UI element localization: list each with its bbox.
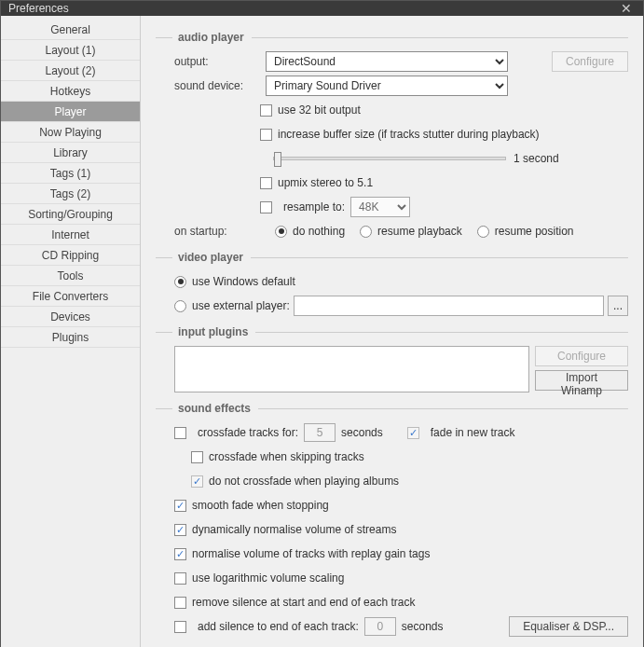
plugin-configure-button[interactable]: Configure [535,346,628,366]
video-heading: video player [178,251,243,264]
titlebar: Preferences ✕ [1,1,643,16]
sidebar-item-player[interactable]: Player [1,102,140,122]
sidebar-item-file-converters[interactable]: File Converters [1,286,140,307]
external-player-input[interactable] [294,296,604,316]
plugins-heading: input plugins [178,325,248,338]
sidebar-item-general[interactable]: General [1,20,140,40]
sidebar-item-cd-ripping[interactable]: CD Ripping [1,245,140,266]
sidebar-item-hotkeys[interactable]: Hotkeys [1,81,140,102]
startup-resume-position-radio[interactable] [477,226,489,238]
startup-nothing-radio[interactable] [275,226,287,238]
sidebar-item-tags-2-[interactable]: Tags (2) [1,184,140,204]
sidebar-item-sorting-grouping[interactable]: Sorting/Grouping [1,204,140,225]
slider-thumb[interactable] [274,152,281,167]
use-32bit-label: use 32 bit output [278,103,361,117]
video-external-radio[interactable] [174,300,186,312]
sound-device-select[interactable]: Primary Sound Driver [266,76,508,96]
video-default-label: use Windows default [192,275,295,288]
close-icon[interactable]: ✕ [617,1,636,16]
crossfade-seconds-input[interactable] [304,423,336,442]
sidebar-item-layout-2-[interactable]: Layout (2) [1,61,140,81]
output-label: output: [174,55,260,68]
sidebar-item-tags-1-[interactable]: Tags (1) [1,163,140,184]
remove-silence-checkbox[interactable] [174,597,186,609]
sidebar-item-tools[interactable]: Tools [1,266,140,286]
log-scale-checkbox[interactable] [174,572,186,585]
upmix-label: upmix stereo to 5.1 [278,176,373,189]
dyn-norm-checkbox[interactable] [174,524,186,536]
window-title: Preferences [8,2,617,15]
resample-label: resample to: [283,200,345,213]
video-default-radio[interactable] [174,276,186,288]
sound-device-label: sound device: [174,79,260,92]
use-32bit-checkbox[interactable] [260,104,272,117]
sidebar-item-plugins[interactable]: Plugins [1,327,140,348]
resample-select[interactable]: 48K [350,197,410,217]
buffer-value: 1 second [514,152,559,165]
browse-button[interactable]: ... [608,296,628,316]
smooth-fade-checkbox[interactable] [174,500,186,512]
sidebar-item-now-playing[interactable]: Now Playing [1,122,140,143]
fx-heading: sound effects [178,402,251,415]
import-winamp-button[interactable]: Import Winamp [535,370,628,391]
sidebar-item-devices[interactable]: Devices [1,307,140,327]
preferences-window: Preferences ✕ GeneralLayout (1)Layout (2… [0,0,644,647]
sidebar-item-library[interactable]: Library [1,143,140,163]
sidebar: GeneralLayout (1)Layout (2)HotkeysPlayer… [1,16,141,647]
content-panel: audio player output: DirectSound Configu… [141,16,643,647]
video-external-label: use external player: [192,299,290,312]
sidebar-item-layout-1-[interactable]: Layout (1) [1,40,140,61]
output-select[interactable]: DirectSound [266,51,508,72]
no-crossfade-albums-checkbox[interactable] [191,475,203,488]
crossfade-checkbox[interactable] [174,427,186,439]
startup-resume-playback-radio[interactable] [360,226,372,238]
equaliser-dsp-button[interactable]: Equaliser & DSP... [509,616,628,637]
audio-heading: audio player [178,31,244,44]
rg-norm-checkbox[interactable] [174,548,186,560]
increase-buffer-checkbox[interactable] [260,129,272,141]
increase-buffer-label: increase buffer size (if tracks stutter … [278,128,540,141]
crossfade-skip-checkbox[interactable] [191,451,203,463]
add-silence-input[interactable] [364,617,396,636]
sidebar-item-internet[interactable]: Internet [1,225,140,245]
plugins-list[interactable] [174,346,529,392]
upmix-checkbox[interactable] [260,177,272,189]
startup-label: on startup: [174,225,260,238]
fade-in-checkbox[interactable] [407,427,419,439]
configure-output-button[interactable]: Configure [552,51,628,72]
resample-checkbox[interactable] [260,201,272,213]
buffer-slider[interactable] [273,157,506,160]
add-silence-checkbox[interactable] [174,621,186,633]
